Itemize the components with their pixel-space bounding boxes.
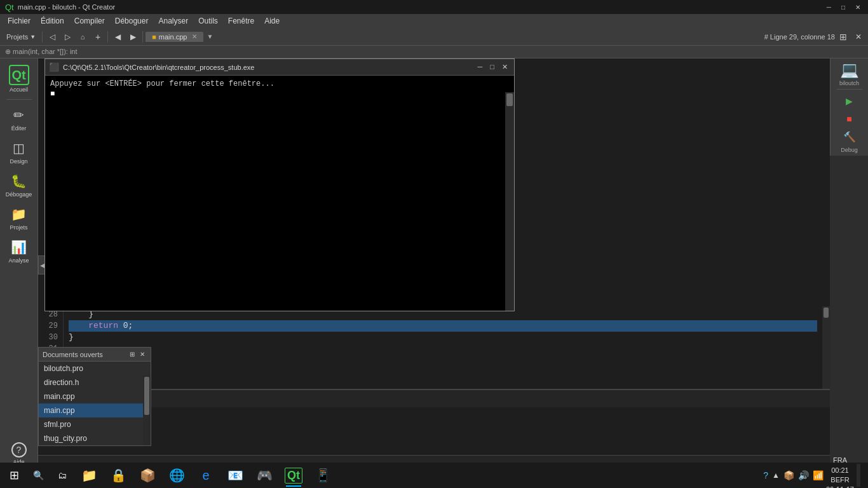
- taskbar-help-icon[interactable]: ?: [763, 470, 768, 480]
- taskbar-phone[interactable]: 📱: [309, 464, 337, 487]
- home-button[interactable]: ⌂: [76, 30, 90, 44]
- task-view-button[interactable]: 🗂: [51, 464, 74, 487]
- taskbar-chevron[interactable]: ▲: [772, 471, 780, 480]
- projects-label: Projets: [6, 33, 28, 41]
- file-thug-city-pro[interactable]: thug_city.pro: [39, 431, 151, 445]
- terminal-close-button[interactable]: ✕: [499, 62, 510, 72]
- taskbar-lock[interactable]: 🔒: [104, 464, 132, 487]
- maximize-button[interactable]: □: [839, 3, 848, 11]
- sidebar-item-accueil[interactable]: Qt Accueil: [0, 61, 37, 97]
- add-tab-button[interactable]: +: [91, 30, 105, 44]
- taskbar-explorer[interactable]: 📁: [75, 464, 103, 487]
- files-panel: Documents ouverts ⊞ ✕ biloutch.pro direc…: [38, 347, 151, 446]
- status-time: 00:21: [826, 466, 854, 475]
- taskbar-chrome[interactable]: 🌐: [163, 464, 191, 487]
- editer-icon: ✏: [10, 106, 28, 124]
- next-tab[interactable]: ▶: [126, 30, 140, 44]
- split-button[interactable]: ⊞: [836, 30, 850, 44]
- sidebar-item-design[interactable]: ◫ Design: [0, 135, 37, 168]
- menu-fichier[interactable]: Fichier: [3, 14, 36, 28]
- menu-fenetre[interactable]: Fenêtre: [223, 14, 259, 28]
- tab-dropdown[interactable]: ▼: [205, 32, 215, 41]
- show-desktop-button[interactable]: [857, 464, 860, 487]
- code-line-31: [69, 343, 817, 355]
- chrome-icon: 🌐: [169, 468, 185, 483]
- toolbar-sep-2: [107, 31, 108, 43]
- left-sidebar: Qt Accueil ✏ Éditer ◫ Design 🐛 Débogage …: [0, 58, 38, 471]
- files-split-btn[interactable]: ⊞: [128, 350, 137, 358]
- back-button[interactable]: ◁: [45, 30, 59, 44]
- terminal-message: Appuyez sur <ENTRÉE> pour fermer cette f…: [50, 79, 509, 88]
- terminal-controls: ─ □ ✕: [475, 62, 510, 72]
- terminal-min-button[interactable]: ─: [475, 62, 485, 72]
- terminal-scrollbar[interactable]: [505, 92, 514, 311]
- build-button[interactable]: 🔨: [841, 128, 858, 146]
- status-date: 26-11-17: [826, 485, 854, 488]
- taskbar-volume[interactable]: 🔊: [798, 470, 809, 480]
- taskbar-network[interactable]: 📶: [813, 470, 824, 480]
- file-tab-close[interactable]: ✕: [192, 33, 197, 40]
- search-taskbar-button[interactable]: 🔍: [27, 464, 50, 487]
- file-main-cpp-2[interactable]: main.cpp: [39, 403, 151, 417]
- sidebar-item-analyse[interactable]: 📊 Analyse: [0, 234, 37, 268]
- file-tab-label: main.cpp: [159, 33, 187, 41]
- terminal-window: ⬛ C:\Qt\Qt5.2.1\Tools\QtCreator\bin\qtcr…: [44, 58, 515, 311]
- mail-icon: 📧: [227, 468, 243, 483]
- file-sfml-pro[interactable]: sfml.pro: [39, 417, 151, 431]
- window-title: main.cpp - biloutch - Qt Creator: [18, 3, 115, 11]
- start-button[interactable]: ⊞: [3, 464, 25, 487]
- line-num-29: 29: [38, 320, 58, 332]
- menu-bar: Fichier Édition Compiler Déboguer Analys…: [0, 14, 868, 28]
- taskbar-ie[interactable]: e: [192, 464, 220, 487]
- taskbar-dropbox-tray[interactable]: 📦: [783, 470, 794, 480]
- editer-label: Éditer: [11, 125, 27, 132]
- taskbar-dropbox[interactable]: 📦: [133, 464, 161, 487]
- taskbar-qtcreator[interactable]: Qt: [280, 464, 308, 487]
- code-return: return: [69, 320, 118, 332]
- files-close-btn[interactable]: ✕: [138, 350, 147, 358]
- menu-outils[interactable]: Outils: [193, 14, 223, 28]
- editor-main: ⬛ C:\Qt\Qt5.2.1\Tools\QtCreator\bin\qtcr…: [38, 58, 830, 471]
- code-line-32: [69, 355, 817, 366]
- menu-compiler[interactable]: Compiler: [69, 14, 110, 28]
- files-scrollbar[interactable]: [143, 376, 151, 445]
- terminal-max-button[interactable]: □: [487, 62, 497, 72]
- debogage-icon: 🐛: [10, 172, 28, 190]
- taskbar-mail[interactable]: 📧: [221, 464, 249, 487]
- prev-tab[interactable]: ◀: [111, 30, 125, 44]
- menu-edition[interactable]: Édition: [36, 14, 69, 28]
- sidebar-div-1: [6, 99, 32, 100]
- menu-analyser[interactable]: Analyser: [153, 14, 193, 28]
- analyse-label: Analyse: [8, 257, 29, 264]
- file-biloutch-pro[interactable]: biloutch.pro: [39, 362, 151, 376]
- close-button[interactable]: ✕: [853, 3, 863, 11]
- file-tab-icon: ■: [152, 33, 156, 41]
- code-scrollbar-thumb: [824, 308, 829, 318]
- forward-button[interactable]: ▷: [60, 30, 74, 44]
- main-toolbar: Projets ▼ ◁ ▷ ⌂ + ◀ ▶ ■ main.cpp ✕ ▼ # L…: [0, 28, 868, 46]
- biloutch-project-icon: 💻: [840, 61, 859, 79]
- menu-deboquer[interactable]: Déboguer: [110, 14, 154, 28]
- menu-aide[interactable]: Aide: [259, 14, 285, 28]
- close-editor-button[interactable]: ✕: [851, 30, 865, 44]
- minimize-button[interactable]: ─: [824, 3, 834, 11]
- files-scrollbar-thumb: [144, 377, 149, 415]
- bottom-output-panel: Problèmes ⚑ ◀ ▶ ⚠ ⊟: [38, 389, 830, 471]
- phone-icon: 📱: [315, 468, 331, 483]
- taskbar-time: FRA 00:21 BEFR 26-11-17: [826, 456, 854, 488]
- projects-dropdown[interactable]: Projets ▼: [3, 30, 39, 44]
- run-button[interactable]: ▶: [841, 92, 858, 110]
- terminal-icon: ⬛: [49, 62, 59, 72]
- stop-button[interactable]: ■: [841, 110, 858, 128]
- terminal-scrollbar-thumb: [506, 93, 513, 106]
- right-div-1: [837, 89, 862, 90]
- right-sidebar-area: 💻 biloutch ▶ ■ 🔨 Debug: [830, 58, 868, 471]
- file-direction-h[interactable]: direction.h: [39, 376, 151, 390]
- sidebar-item-editer[interactable]: ✏ Éditer: [0, 102, 37, 135]
- file-tab[interactable]: ■ main.cpp ✕: [146, 32, 203, 42]
- code-text-30: }: [69, 332, 74, 343]
- file-main-cpp-1[interactable]: main.cpp: [39, 390, 151, 403]
- taskbar-games[interactable]: 🎮: [250, 464, 278, 487]
- sidebar-item-projets[interactable]: 📁 Projets: [0, 201, 37, 234]
- sidebar-item-debogage[interactable]: 🐛 Débogage: [0, 168, 37, 201]
